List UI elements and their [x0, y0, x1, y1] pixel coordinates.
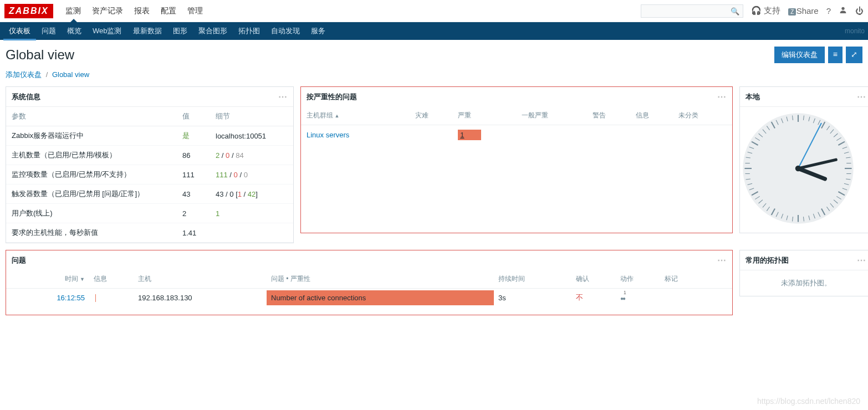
sysinfo-value: 43 — [177, 184, 210, 204]
widget-menu-icon[interactable]: ⋯ — [278, 91, 288, 102]
subnav-item-5[interactable]: 图形 — [167, 22, 193, 40]
sysinfo-value: 111 — [177, 165, 210, 184]
widget-menu-icon[interactable]: ⋯ — [857, 91, 866, 102]
page-header: Global view 编辑仪表盘 ≡ ⤢ — [0, 40, 868, 70]
logo[interactable]: ZABBIX — [4, 4, 53, 18]
widget-problems-by-severity: 按严重性的问题 ⋯ 主机群组 灾难 严重 一般严重 警告 信息 未分类 Linu… — [300, 86, 733, 233]
subnav-item-7[interactable]: 拓扑图 — [233, 22, 265, 40]
col-hostgroup[interactable]: 主机群组 — [301, 106, 412, 125]
favorite-maps-empty: 未添加拓扑图。 — [740, 270, 868, 296]
col-high: 严重 — [455, 106, 518, 125]
subnav-item-6[interactable]: 聚合图形 — [193, 22, 233, 40]
svg-point-65 — [795, 166, 801, 172]
support-label: 支持 — [764, 6, 780, 15]
severity-table: 主机群组 灾难 严重 一般严重 警告 信息 未分类 Linux servers … — [301, 106, 732, 145]
topnav-item-3[interactable]: 配置 — [155, 1, 182, 22]
share-link[interactable]: Z Share — [788, 6, 818, 16]
subnav-item-4[interactable]: 最新数据 — [127, 22, 167, 40]
problem-severity-cell[interactable]: Number of active connections — [267, 290, 494, 305]
widget-menu-icon[interactable]: ⋯ — [717, 91, 727, 102]
subnav-item-9[interactable]: 服务 — [305, 22, 331, 40]
sysinfo-param: 触发器数量（已启用/已禁用 [问题/正常]） — [6, 184, 177, 204]
power-icon[interactable]: ⏻ — [855, 6, 864, 16]
sysinfo-value: 1.41 — [177, 223, 210, 243]
widget-title: 本地 — [746, 92, 760, 102]
topnav-item-0[interactable]: 监测 — [60, 1, 86, 22]
col-tags: 标记 — [660, 270, 732, 289]
col-disaster: 灾难 — [412, 106, 455, 125]
sysinfo-detail: localhost:10051 — [210, 126, 293, 146]
problem-ack-link[interactable]: 不 — [576, 293, 583, 301]
help-icon[interactable]: ? — [826, 6, 831, 16]
hostgroup-link[interactable]: Linux servers — [307, 131, 349, 139]
edit-dashboard-button[interactable]: 编辑仪表盘 — [774, 47, 825, 63]
widget-menu-icon[interactable]: ⋯ — [717, 255, 727, 265]
topbar-right: 🔍 🎧 支持 Z Share ? ⏻ — [641, 4, 864, 18]
system-info-table: 参数 值 细节 Zabbix服务器端运行中是localhost:10051主机数… — [6, 107, 293, 243]
col-time[interactable]: 时间 ▼ — [6, 270, 89, 289]
subnav-item-3[interactable]: Web监测 — [87, 22, 127, 40]
problem-duration: 3s — [494, 289, 571, 307]
widget-header: 常用的拓扑图 ⋯ — [740, 250, 868, 270]
col-ack: 确认 — [571, 270, 616, 289]
col-detail: 细节 — [210, 107, 293, 126]
sysinfo-detail: 1 — [210, 204, 293, 223]
breadcrumb-current[interactable]: Global view — [52, 70, 89, 79]
sysinfo-param: Zabbix服务器端运行中 — [6, 126, 177, 146]
col-info: 信息 — [632, 106, 675, 125]
col-value: 值 — [177, 107, 210, 126]
sysinfo-detail — [210, 223, 293, 243]
sysinfo-param: 要求的主机性能，每秒新值 — [6, 223, 177, 243]
sysinfo-row: 触发器数量（已启用/已禁用 [问题/正常]）4343 / 0 [1 / 42] — [6, 184, 293, 204]
search-input[interactable]: 🔍 — [641, 4, 743, 18]
widget-title: 问题 — [12, 255, 26, 265]
search-icon: 🔍 — [731, 7, 739, 16]
breadcrumb-root[interactable]: 添加仪表盘 — [6, 70, 42, 79]
subnav-item-1[interactable]: 问题 — [36, 22, 62, 40]
sysinfo-param: 主机数量（已启用/已禁用/模板） — [6, 146, 177, 165]
sysinfo-value: 2 — [177, 204, 210, 223]
col-problem-severity: 问题 • 严重性 — [267, 270, 494, 289]
subnav: 仪表板问题概览Web监测最新数据图形聚合图形拓扑图自动发现服务monito — [0, 22, 868, 40]
subnav-item-0[interactable]: 仪表板 — [3, 22, 36, 40]
sysinfo-row: 要求的主机性能，每秒新值1.41 — [6, 223, 293, 243]
svg-point-0 — [841, 7, 844, 10]
topnav-item-1[interactable]: 资产记录 — [86, 1, 129, 22]
col-unclassified: 未分类 — [675, 106, 732, 125]
col-duration: 持续时间 — [494, 270, 571, 289]
widget-favorite-maps: 常用的拓扑图 ⋯ 未添加拓扑图。 — [739, 250, 868, 296]
breadcrumb: 添加仪表盘 / Global view — [0, 70, 868, 86]
subnav-item-2[interactable]: 概览 — [62, 22, 87, 40]
user-icon[interactable] — [839, 6, 847, 16]
breadcrumb-separator: / — [46, 70, 48, 79]
topbar: ZABBIX 监测资产记录报表配置管理 🔍 🎧 支持 Z Share ? ⏻ — [0, 0, 868, 22]
topnav-item-2[interactable]: 报表 — [129, 1, 155, 22]
problem-action-icon[interactable]: 1 — [620, 293, 627, 301]
fullscreen-button[interactable]: ⤢ — [846, 47, 862, 63]
support-link[interactable]: 🎧 支持 — [751, 6, 780, 16]
sysinfo-row: 主机数量（已启用/已禁用/模板）862 / 0 / 84 — [6, 146, 293, 165]
col-host: 主机 — [134, 270, 267, 289]
clock-face — [740, 110, 856, 227]
topnav-item-4[interactable]: 管理 — [182, 1, 208, 22]
col-param: 参数 — [6, 107, 177, 126]
widget-menu-icon[interactable]: ⋯ — [857, 255, 866, 265]
sysinfo-param: 用户数(线上) — [6, 204, 177, 223]
problem-time-link[interactable]: 16:12:55 — [57, 294, 85, 302]
widget-header: 问题 ⋯ — [6, 250, 732, 270]
sysinfo-value: 86 — [177, 146, 210, 165]
dashboard-menu-button[interactable]: ≡ — [828, 47, 843, 63]
subnav-right-text: monito — [845, 27, 865, 35]
problem-info-marker — [95, 294, 96, 302]
widget-problems: 问题 ⋯ 时间 ▼ 信息 主机 问题 • 严重性 持续时间 确认 动作 标记 1… — [6, 250, 733, 315]
sysinfo-param: 监控项数量（已启用/已禁用/不支持） — [6, 165, 177, 184]
widget-title: 常用的拓扑图 — [746, 255, 789, 265]
severity-high-count[interactable]: 1 — [458, 130, 481, 140]
subnav-item-8[interactable]: 自动发现 — [265, 22, 305, 40]
col-warning: 警告 — [589, 106, 632, 125]
sysinfo-detail: 43 / 0 [1 / 42] — [210, 184, 293, 204]
sysinfo-row: 用户数(线上)21 — [6, 204, 293, 223]
page-header-actions: 编辑仪表盘 ≡ ⤢ — [774, 47, 862, 63]
widget-clock: 本地 ⋯ — [739, 86, 868, 233]
dashboard-grid: 系统信息 ⋯ 参数 值 细节 Zabbix服务器端运行中是localhost:1… — [0, 86, 868, 315]
